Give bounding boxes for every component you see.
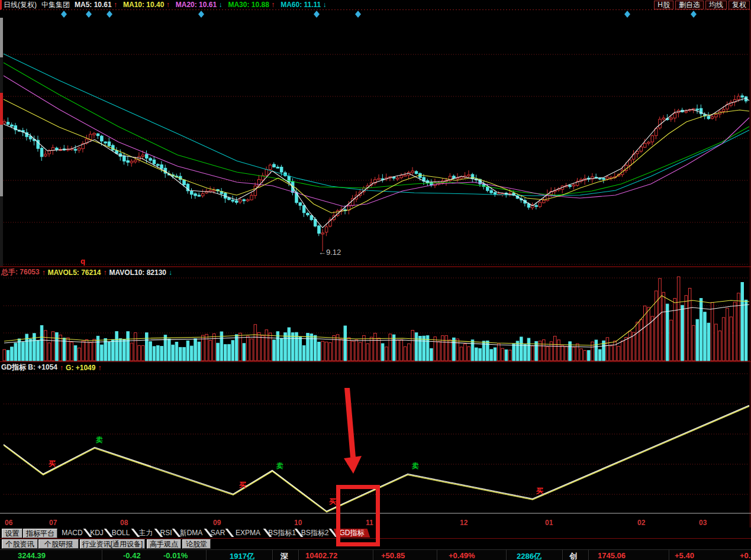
month-label: 07 xyxy=(49,519,57,527)
month-label: 03 xyxy=(699,519,707,527)
up-arrow-icon: ↑ xyxy=(98,364,101,372)
index-value: +50.85 xyxy=(381,551,405,560)
signal-sell: 卖 xyxy=(276,462,283,470)
svg-text:←9.12: ←9.12 xyxy=(318,248,341,257)
month-label: 06 xyxy=(5,519,13,527)
status-divider xyxy=(562,550,563,560)
month-label: 01 xyxy=(545,519,553,527)
header-value: 总手: 76053 xyxy=(1,267,40,277)
status-divider xyxy=(272,550,273,560)
signal-buy: 买 xyxy=(536,487,543,495)
down-arrow-icon: ↓ xyxy=(169,268,172,277)
signal-sell: 卖 xyxy=(411,462,419,470)
index-value: -0.42 xyxy=(123,551,141,560)
index-value: 2286亿 xyxy=(517,551,542,560)
index-value: +5.40 xyxy=(675,551,694,560)
button-设置[interactable]: 设置 xyxy=(2,529,22,538)
status-divider xyxy=(102,550,103,560)
period-label[interactable]: 日线(复权) xyxy=(4,0,37,10)
volume-pane-header: 总手: 76053↑MAVOL5: 76214↑MAVOL10: 82130↓ xyxy=(1,267,175,277)
event-diamond-markers xyxy=(61,11,697,18)
window-edge-tick xyxy=(0,0,2,9)
up-arrow-icon: ↑ xyxy=(114,1,117,9)
tab-新DMA[interactable]: 新DMA xyxy=(176,529,206,538)
title-bar-buttons: H股删自选均线复权 xyxy=(652,1,750,9)
down-arrow-icon: ↓ xyxy=(323,1,327,9)
up-arrow-icon: ↑ xyxy=(104,268,107,277)
titlebar-button-H股[interactable]: H股 xyxy=(654,1,673,9)
market-status-bar: 3244.39-0.42-0.01%1917亿深10402.72+50.85+0… xyxy=(0,549,751,560)
candlesticks xyxy=(3,93,747,251)
button-论股堂[interactable]: 论股堂 xyxy=(182,539,211,549)
ma-line-MA5 xyxy=(4,98,749,228)
chart-canvas[interactable]: ←9.12q买卖买卖买卖买06070809101112010203 xyxy=(0,0,751,560)
month-label: 09 xyxy=(213,519,221,527)
month-label: 08 xyxy=(120,519,128,527)
ma-value-label: MA60: 11.11 ↓ xyxy=(281,1,326,9)
symbol-name[interactable]: 中集集团 xyxy=(41,0,70,10)
titlebar-button-复权[interactable]: 复权 xyxy=(729,1,750,9)
svg-text:q: q xyxy=(80,257,85,266)
status-divider xyxy=(373,550,374,560)
tab-EXPMA[interactable]: EXPMA xyxy=(231,529,265,538)
tab-主力[interactable]: 主力 xyxy=(136,529,156,538)
status-divider xyxy=(588,550,589,560)
status-divider xyxy=(506,550,507,560)
header-value: G: +1049 xyxy=(66,364,95,372)
index-value: 1917亿 xyxy=(230,551,254,560)
ma-line-MA30 xyxy=(4,63,749,195)
tab-BS指标2[interactable]: BS指标2 xyxy=(299,529,331,538)
button-指标平台[interactable]: 指标平台 xyxy=(23,529,57,538)
index-value: -0.01% xyxy=(163,551,188,560)
ma-line-MA20 xyxy=(4,76,749,206)
status-divider xyxy=(437,550,438,560)
ma-values: MA5: 10.61 ↑MA10: 10.40 ↑MA20: 10.61 ↓MA… xyxy=(75,1,333,9)
annotation-highlight-rect xyxy=(336,485,380,546)
annotation-arrow xyxy=(337,384,373,479)
tab-MACD[interactable]: MACD xyxy=(59,529,85,538)
signal-buy: 买 xyxy=(329,497,336,506)
header-value: MAVOL10: 82130 xyxy=(109,268,167,277)
ma-value-label: MA10: 10.40 ↑ xyxy=(123,1,170,9)
index-value: 1745.06 xyxy=(598,551,626,560)
ma-value-label: MA20: 10.61 ↓ xyxy=(176,1,223,9)
tab-BS指标1[interactable]: BS指标1 xyxy=(267,529,296,538)
button-个股资讯[interactable]: 个股资讯 xyxy=(2,539,38,549)
ma-value-label: MA30: 10.88 ↑ xyxy=(228,1,275,9)
tab-BOLL[interactable]: BOLL xyxy=(108,529,133,538)
index-value: 深 xyxy=(281,551,288,560)
signal-buy: 买 xyxy=(49,459,56,468)
up-arrow-icon: ↑ xyxy=(60,364,63,372)
index-value: 10402.72 xyxy=(305,551,337,560)
titlebar-button-均线[interactable]: 均线 xyxy=(705,1,727,9)
up-arrow-icon: ↑ xyxy=(271,1,275,9)
tab-SAR[interactable]: SAR xyxy=(208,529,227,538)
volume-bars xyxy=(3,277,747,361)
down-arrow-icon: ↓ xyxy=(218,1,222,9)
month-label: 12 xyxy=(460,519,468,527)
index-value: +0.49% xyxy=(449,551,475,560)
button-行业资讯[通用设备][interactable]: 行业资讯[通用设备] xyxy=(80,539,145,549)
index-value: 3244.39 xyxy=(18,551,46,560)
trading-app-window: { "title_bar": { "period": "日线(复权)", "sy… xyxy=(0,0,751,560)
button-高手观点[interactable]: 高手观点 xyxy=(147,539,181,549)
up-arrow-icon: ↑ xyxy=(166,1,170,9)
button-个股研报[interactable]: 个股研报 xyxy=(38,539,79,549)
left-edge-strip xyxy=(0,18,3,266)
tab-KDJ[interactable]: KDJ xyxy=(88,529,106,538)
tab-RSI[interactable]: RSI xyxy=(158,529,174,538)
gd-pane-header: GD指标 B: +1054↑G: +1049↑ xyxy=(1,362,104,373)
month-label: 02 xyxy=(637,519,646,527)
signal-buy: 买 xyxy=(239,481,246,489)
month-label: 10 xyxy=(294,519,302,527)
status-divider xyxy=(298,550,299,560)
ma-value-label: MA5: 10.61 ↑ xyxy=(75,1,117,9)
signal-sell: 卖 xyxy=(95,436,103,444)
chart-annotations: ←9.12q xyxy=(80,248,341,266)
titlebar-button-删自选[interactable]: 删自选 xyxy=(675,1,704,9)
header-value: MAVOL5: 76214 xyxy=(48,268,101,277)
price-ma-lines xyxy=(4,54,749,228)
index-value: +0. xyxy=(740,551,750,560)
header-value: GD指标 B: +1054 xyxy=(1,362,57,373)
title-bar: 日线(复权) 中集集团 MA5: 10.61 ↑MA10: 10.40 ↑MA2… xyxy=(0,0,751,9)
